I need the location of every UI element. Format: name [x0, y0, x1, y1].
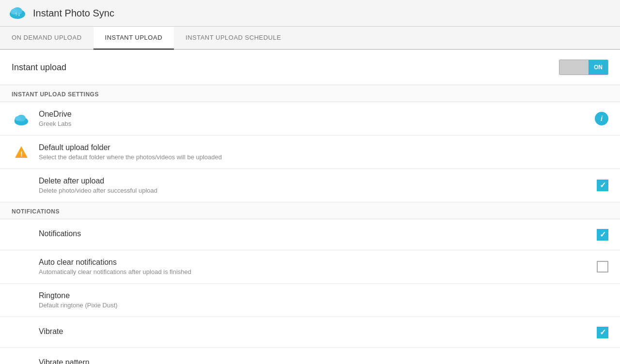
toggle-off-part	[559, 60, 589, 75]
delete-after-upload-subtitle: Delete photo/video after successful uplo…	[39, 187, 589, 194]
notifications-row[interactable]: Notifications ✓	[0, 219, 620, 250]
notifications-title: Notifications	[39, 229, 589, 238]
onedrive-title: OneDrive	[39, 110, 587, 119]
warning-icon-container: !	[12, 145, 31, 159]
vibrate-checkbox-icon[interactable]: ✓	[597, 327, 608, 338]
delete-after-upload-checkbox[interactable]: ✓	[597, 180, 608, 191]
vibrate-title: Vibrate	[39, 327, 589, 336]
ringtone-row[interactable]: Ringtone Default ringtone (Pixie Dust)	[0, 284, 620, 317]
onedrive-icon	[12, 110, 31, 127]
default-folder-title: Default upload folder	[39, 143, 608, 152]
settings-section-header: INSTANT UPLOAD SETTINGS	[0, 85, 620, 102]
tab-instant-upload-schedule[interactable]: INSTANT UPLOAD SCHEDULE	[174, 27, 293, 50]
svg-point-10	[15, 116, 21, 121]
instant-upload-label: Instant upload	[12, 62, 66, 73]
instant-upload-toggle[interactable]: ON	[559, 60, 608, 75]
onedrive-text: OneDrive Greek Labs	[39, 110, 587, 127]
content-area: Instant upload ON INSTANT UPLOAD SETTING…	[0, 50, 620, 364]
auto-clear-checkbox-empty[interactable]	[597, 261, 608, 273]
auto-clear-title: Auto clear notifications	[39, 258, 589, 267]
toggle-on-part: ON	[589, 60, 608, 75]
onedrive-row[interactable]: OneDrive Greek Labs i	[0, 102, 620, 136]
default-folder-text: Default upload folder Select the default…	[39, 143, 608, 161]
app-header: ↑↓ Instant Photo Sync	[0, 0, 620, 27]
default-folder-subtitle: Select the default folder where the phot…	[39, 153, 608, 161]
onedrive-info-action[interactable]: i	[595, 112, 608, 125]
vibrate-checkbox[interactable]: ✓	[597, 327, 608, 338]
app-icon: ↑↓	[8, 3, 27, 23]
auto-clear-text: Auto clear notifications Automatically c…	[39, 258, 589, 275]
onedrive-subtitle: Greek Labs	[39, 120, 587, 127]
auto-clear-checkbox[interactable]	[597, 261, 608, 273]
ringtone-subtitle: Default ringtone (Pixie Dust)	[39, 302, 608, 309]
delete-after-upload-row[interactable]: Delete after upload Delete photo/video a…	[0, 169, 620, 202]
notifications-checkbox[interactable]: ✓	[597, 229, 608, 241]
instant-upload-row: Instant upload ON	[0, 50, 620, 85]
vibrate-pattern-text: Vibrate pattern	[39, 358, 608, 364]
ringtone-text: Ringtone Default ringtone (Pixie Dust)	[39, 291, 608, 309]
vibrate-pattern-row[interactable]: Vibrate pattern	[0, 348, 620, 364]
svg-text:↑↓: ↑↓	[15, 11, 20, 17]
tab-bar: ON DEMAND UPLOAD INSTANT UPLOAD INSTANT …	[0, 27, 620, 50]
auto-clear-subtitle: Automatically clear notifications after …	[39, 268, 589, 275]
info-icon[interactable]: i	[595, 112, 608, 125]
vibrate-row[interactable]: Vibrate ✓	[0, 317, 620, 348]
tab-instant-upload[interactable]: INSTANT UPLOAD	[93, 27, 174, 50]
app-title: Instant Photo Sync	[33, 8, 114, 19]
notifications-checkbox-icon[interactable]: ✓	[597, 229, 608, 241]
auto-clear-row[interactable]: Auto clear notifications Automatically c…	[0, 250, 620, 284]
delete-after-upload-text: Delete after upload Delete photo/video a…	[39, 177, 589, 194]
checkbox-checked-icon[interactable]: ✓	[597, 180, 608, 191]
tab-on-demand[interactable]: ON DEMAND UPLOAD	[0, 27, 93, 50]
ringtone-title: Ringtone	[39, 291, 608, 300]
notifications-section-header: NOTIFICATIONS	[0, 202, 620, 219]
vibrate-text: Vibrate	[39, 327, 589, 337]
notifications-text: Notifications	[39, 229, 589, 240]
default-folder-row[interactable]: ! Default upload folder Select the defau…	[0, 136, 620, 169]
delete-after-upload-title: Delete after upload	[39, 177, 589, 185]
svg-text:!: !	[20, 150, 23, 158]
vibrate-pattern-title: Vibrate pattern	[39, 358, 608, 364]
